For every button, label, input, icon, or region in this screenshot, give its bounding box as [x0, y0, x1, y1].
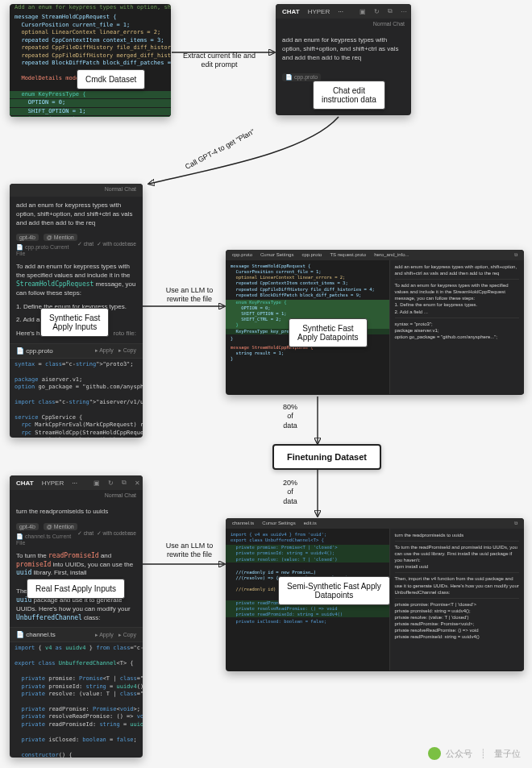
ide-synthetic: cpp.proto Cursor Settings cpp.proto TS r… [226, 250, 524, 395]
model-chip-r[interactable]: gpt-4b [16, 523, 39, 530]
chat-tab-hyper-r[interactable]: HYPER [42, 479, 64, 487]
chat-header: CHAT HYPER ··· ▣ ↻ ⧉ ⋯ ✕ [276, 4, 411, 19]
cmdk-code-block: message StreamHoldCppRequest { CursorPos… [10, 14, 171, 117]
chat-tab-chat[interactable]: CHAT [282, 8, 300, 15]
chat-header-real: CHAT HYPER ··· ▣ ↻ ⧉ ✕ [10, 475, 143, 490]
tab[interactable]: edit.ts [304, 521, 317, 526]
ide-semi-chat: turn the readpromiseids to uuidsTo turn … [390, 529, 525, 670]
ide-syn-tabs: cpp.proto Cursor Settings cpp.proto TS r… [226, 250, 524, 260]
cmdk-prompt: Add an enum for keypress types with opti… [10, 4, 171, 11]
code-file-chip-r: 📄 channel.ts [16, 631, 56, 638]
codebase-btn-r[interactable]: ✓ with codebase [97, 530, 136, 536]
section-file-r: channel.ts Current File [16, 533, 71, 546]
chat-panel-real: CHAT HYPER ··· ▣ ↻ ⧉ ✕ Normal Chat turn … [10, 475, 143, 758]
arrow-label-extract: Extract current file and edit prompt [175, 52, 264, 70]
chat-tab-more-r[interactable]: ··· [72, 479, 77, 487]
split-icon-tr[interactable]: ⧉ [388, 7, 393, 15]
cmdk-code-panel: Add an enum for keypress types with opti… [10, 4, 171, 117]
history-icon-r[interactable]: ↻ [108, 479, 114, 487]
label-real-inputs: Real Fast Apply Inputs [27, 579, 125, 599]
label-cmdk-dataset: Cmdk Dataset [77, 69, 145, 89]
real-p1: To turn the readPromiseId and promiseId … [10, 547, 143, 583]
tab[interactable]: Cursor Settings [260, 252, 293, 258]
section-file: cpp.proto Current File [16, 244, 69, 256]
model-chip[interactable]: gpt-4b [16, 234, 39, 241]
plan-p1: To add an enum for keypress types with t… [10, 258, 143, 302]
arrow-label-rewrite2: Use an LLM to rewrite the file [145, 542, 234, 560]
chat-tab-more[interactable]: ··· [338, 8, 343, 15]
code-file-chip: 📄 cpp.proto [16, 347, 53, 355]
copy-button-r[interactable]: ▸ Copy [118, 632, 136, 638]
tab[interactable]: cpp.proto [232, 252, 252, 258]
tab[interactable]: channel.ts [232, 521, 254, 526]
label-syn-data: Synthetic Fast Apply Datapoints [289, 318, 368, 347]
chat-mode-real: Normal Chat [10, 490, 143, 503]
ide-syn-chat: add an enum for keypress types with opti… [390, 260, 525, 394]
plan-prompt: add an enum for keypress types with opti… [10, 197, 143, 232]
tab[interactable]: hero_and_info... [374, 252, 409, 258]
watermark-text-right: 量子位 [494, 748, 521, 760]
history-icon[interactable]: ↻ [374, 7, 380, 15]
more-icon[interactable]: ⋯ [401, 7, 407, 15]
close-icon-r[interactable]: ✕ [135, 479, 140, 487]
copy-button[interactable]: ▸ Copy [118, 347, 136, 354]
meta-row: gpt-4b @ Mention ✓ chat ✓ with codebase [10, 232, 143, 243]
chat-btn[interactable]: ✓ chat [77, 241, 94, 247]
label-finetune: Finetuning Dataset [272, 444, 381, 470]
separator-icon: ┊ [480, 749, 486, 759]
new-chat-icon[interactable]: ▣ [360, 7, 366, 15]
arrow-label-plan: Call GPT-4 to get "Plan" [179, 125, 261, 175]
chat-mode-plan: Normal Chat [10, 184, 143, 197]
arrow-label-80pct: 80% of data [274, 403, 306, 430]
tab[interactable]: TS request.proto [330, 252, 366, 258]
watermark-text-left: 公众号 [446, 748, 472, 760]
chat-prompt: add an enum for keypress types with opti… [276, 31, 411, 67]
chat-mode: Normal Chat [276, 19, 411, 31]
chat-tab-hyper[interactable]: HYPER [308, 8, 330, 15]
codebase-btn[interactable]: ✓ with codebase [97, 241, 136, 247]
watermark: 公众号 ┊ 量子位 [428, 747, 521, 760]
ide-semi-tabs: channel.ts Cursor Settings edit.ts ⧉ [226, 518, 524, 529]
split-icon-r[interactable]: ⧉ [122, 479, 127, 487]
real-code-block: import { v4 as uuidv4 } from class="c-st… [10, 642, 143, 758]
arrow-label-rewrite1: Use an LLM to rewrite the file [145, 286, 234, 305]
tab[interactable]: cpp.proto [301, 252, 322, 258]
apply-button-r[interactable]: ▸ Apply [95, 632, 114, 638]
chat-tab-chat-r[interactable]: CHAT [16, 479, 34, 487]
split-icon[interactable]: ⧉ [514, 252, 517, 258]
chat-btn-r[interactable]: ✓ chat [77, 530, 94, 536]
tab[interactable]: Cursor Settings [262, 521, 295, 526]
label-semi-data: Semi-Synthetic Fast Apply Datapoints [278, 576, 390, 605]
wechat-icon [428, 747, 441, 760]
plan-code-block: syntax = class="c-string">"proto3"; pack… [10, 359, 143, 438]
real-prompt: turn the readpromiseids to uuids [10, 503, 143, 521]
label-syn-inputs: Synthetic Fast Apply Inputs [40, 308, 109, 337]
mention-chip[interactable]: @ Mention [44, 234, 77, 241]
label-chat-edit: Chat edit instruction data [313, 81, 385, 110]
apply-button[interactable]: ▸ Apply [95, 347, 114, 354]
mention-chip-r[interactable]: @ Mention [44, 523, 77, 530]
split-icon[interactable]: ⧉ [514, 521, 517, 526]
new-chat-icon-r[interactable]: ▣ [94, 479, 100, 487]
arrow-label-20pct: 20% of data [274, 479, 306, 506]
